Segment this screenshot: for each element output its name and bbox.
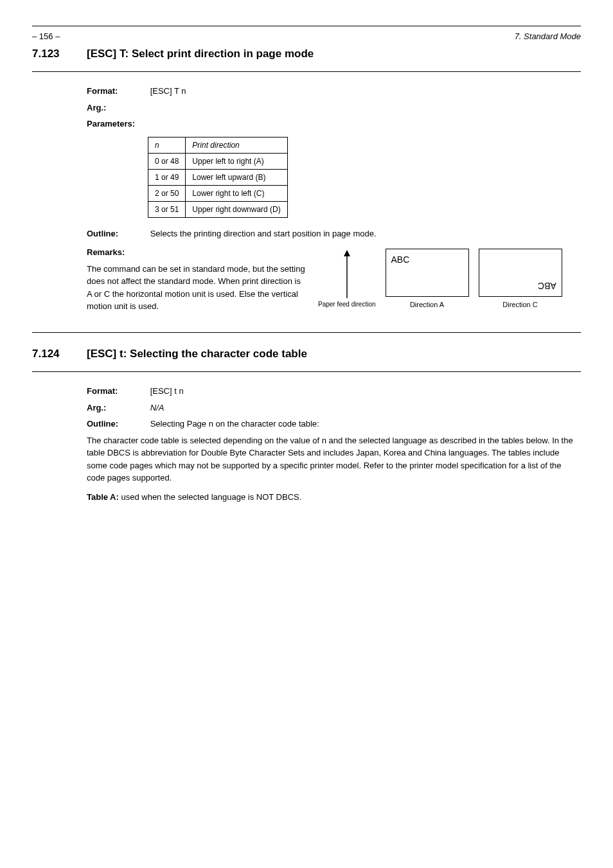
table-header-mode: Print direction (186, 137, 287, 153)
remarks-text: The command can be set in standard mode,… (87, 263, 305, 313)
arg-label: Arg.: (87, 402, 148, 414)
outline-label: Outline: (87, 418, 148, 430)
format-value: [ESC] t n (150, 386, 184, 396)
table-header-n: n (148, 137, 186, 153)
svg-marker-1 (344, 250, 350, 256)
table-row: 0 or 48 Upper left to right (A) (148, 153, 288, 169)
table-a-text: used when the selected language is NOT D… (121, 492, 301, 502)
direction-a-caption: Direction A (386, 299, 469, 310)
remarks-label: Remarks: (87, 246, 148, 259)
direction-diagram: Paper feed direction ABC Direction A ABC… (318, 246, 562, 313)
subsection-number: 7.124 (32, 346, 87, 362)
table-row: 1 or 49 Lower left upward (B) (148, 169, 288, 185)
parameters-label: Parameters: (87, 119, 135, 128)
parameters-table: n Print direction 0 or 48 Upper left to … (148, 137, 288, 218)
direction-a-box: ABC (386, 249, 469, 297)
table-row: 2 or 50 Lower right to left (C) (148, 185, 288, 201)
abc-text-c: ABC (538, 279, 556, 292)
outline-text: Selects the printing direction and start… (150, 229, 377, 238)
direction-c-caption: Direction C (479, 299, 562, 310)
format-label: Format: (87, 85, 148, 98)
format-value: [ESC] T n (150, 86, 186, 96)
body-paragraph: The character code table is selected dep… (87, 434, 581, 484)
format-label: Format: (87, 385, 148, 398)
outline-text: Selecting Page n on the character code t… (150, 419, 319, 429)
abc-text-a: ABC (391, 253, 410, 267)
outline-label: Outline: (87, 227, 148, 240)
direction-c-box: ABC (479, 249, 562, 297)
subsection-number: 7.123 (32, 46, 87, 62)
arg-label: Arg.: (87, 102, 148, 114)
table-a-label: Table A: (87, 492, 119, 502)
feed-direction-label: Paper feed direction (318, 299, 376, 309)
arrow-up-icon (341, 250, 353, 298)
section-ref: 7. Standard Mode (515, 30, 581, 43)
subsection-title: [ESC] T: Select print direction in page … (87, 46, 314, 62)
page-number: – 156 – (32, 30, 60, 43)
subsection-title: [ESC] t: Selecting the character code ta… (87, 346, 307, 362)
arg-na: N/A (150, 403, 164, 412)
table-row: 3 or 51 Upper right downward (D) (148, 201, 288, 217)
